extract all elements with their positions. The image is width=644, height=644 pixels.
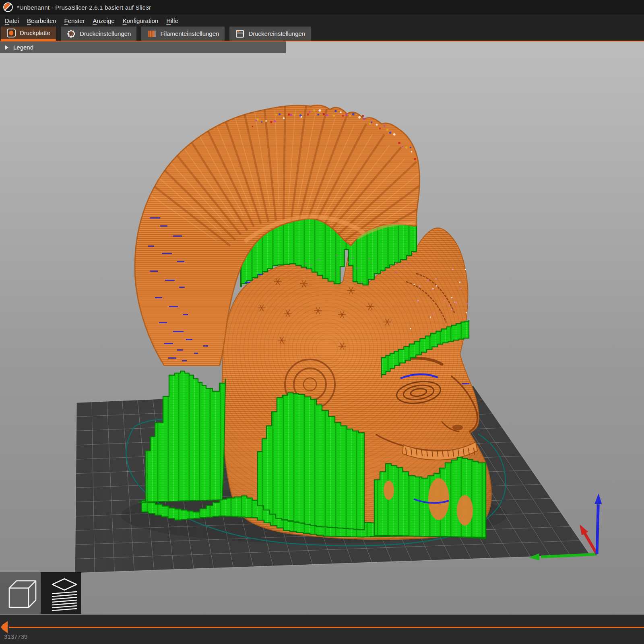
menu-anzeige[interactable]: Anzeige — [89, 14, 118, 27]
move-slider-bar: 3137739 — [0, 615, 644, 644]
tab-label: Druckplatte — [20, 29, 50, 36]
menu-bearbeiten[interactable]: Bearbeiten — [23, 14, 60, 27]
filament-icon — [147, 29, 157, 39]
tab-druckplatte[interactable]: Druckplatte — [1, 27, 56, 41]
tab-druckeinstellungen[interactable]: Druckeinstellungen — [61, 27, 137, 41]
slider-value: 3137739 — [4, 633, 27, 640]
tab-filamenteinstellungen[interactable]: Filamenteinstellungen — [141, 27, 225, 41]
printer-icon — [235, 29, 245, 39]
tab-label: Druckeinstellungen — [80, 30, 131, 37]
settings-tabbar: Druckplatte Druckeinstellungen Filamente… — [0, 27, 644, 41]
menu-konfiguration[interactable]: Konfiguration — [119, 14, 162, 27]
tab-label: Filamenteinstellungen — [160, 30, 219, 37]
gear-icon — [66, 29, 76, 39]
cube-icon — [0, 573, 41, 613]
prusaslicer-logo-icon — [3, 2, 13, 12]
expand-triangle-icon — [5, 45, 8, 50]
preview-view-button[interactable] — [41, 572, 81, 614]
legend-panel-collapsed[interactable]: Legend — [0, 41, 286, 53]
legend-label: Legend — [13, 44, 33, 51]
slider-left-arrow[interactable] — [1, 621, 8, 633]
menu-datei[interactable]: Datei — [1, 14, 23, 27]
menu-hilfe[interactable]: Hilfe — [162, 14, 182, 27]
tab-druckereinstellungen[interactable]: Druckereinstellungen — [229, 27, 311, 41]
viewport-3d-scene[interactable] — [0, 41, 644, 615]
window-title: *Unbenannt - PrusaSlicer-2.6.1 basiert a… — [17, 4, 151, 11]
viewport-3d[interactable]: Legend — [0, 41, 644, 615]
move-slider[interactable] — [9, 627, 644, 628]
tab-label: Druckereinstellungen — [248, 30, 305, 37]
menu-fenster[interactable]: Fenster — [60, 14, 89, 27]
view-mode-toolbar — [0, 572, 81, 614]
layers-icon — [41, 573, 81, 613]
3d-editor-view-button[interactable] — [0, 572, 41, 614]
titlebar: *Unbenannt - PrusaSlicer-2.6.1 basiert a… — [0, 0, 644, 14]
menubar: Datei Bearbeiten Fenster Anzeige Konfigu… — [0, 14, 644, 27]
print-plate-icon — [6, 28, 16, 38]
